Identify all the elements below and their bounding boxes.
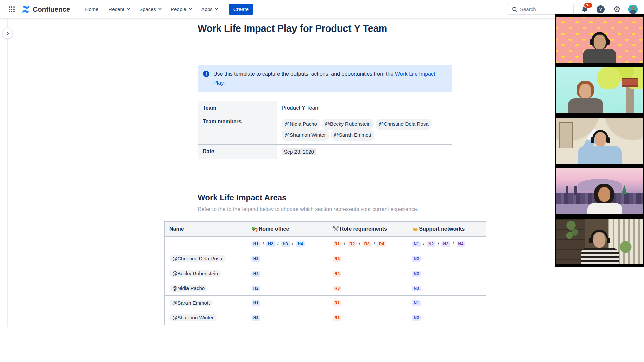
role-value-cell: R4: [328, 266, 407, 281]
table-row: @Christine Dela RosaH2R2N2: [165, 251, 486, 266]
person-silhouette: [578, 230, 622, 264]
person-silhouette: [581, 32, 618, 63]
handshake-emoji-icon: [412, 226, 418, 232]
video-participant-1[interactable]: [555, 14, 644, 65]
mention-pill[interactable]: @Shannon Winter: [169, 314, 217, 321]
mention-pill[interactable]: @Becky Rubenstein: [169, 270, 221, 277]
help-button[interactable]: ?: [596, 4, 606, 14]
profile-button[interactable]: [628, 4, 638, 14]
network-value-cell: N1: [407, 296, 486, 310]
brand-wordmark: Confluence: [33, 5, 70, 13]
nav-item-label: Spaces: [139, 6, 156, 12]
home-value-cell: H2: [247, 281, 328, 296]
avatar: [628, 5, 638, 14]
member-name-cell: @Nidia Pacho: [165, 281, 247, 296]
legend-lozenge: R1: [333, 241, 341, 247]
table-row: Team Product Y Team: [198, 101, 452, 115]
header-label: Support networks: [419, 226, 465, 232]
legend-cell-network: N1/N2/N3/N4: [407, 237, 486, 251]
table-row: @Sarah EmmottH1R1N1: [165, 296, 486, 310]
table-row: @Nidia PachoH2R3N3: [165, 281, 486, 296]
legend-lozenge: H1: [252, 241, 260, 247]
chevron-down-icon: [127, 7, 130, 10]
legend-separator: /: [263, 241, 264, 246]
date-pill[interactable]: Sep 28, 2020: [282, 148, 316, 155]
status-lozenge: H3: [252, 315, 260, 321]
sidebar-expand-button[interactable]: [2, 28, 13, 39]
settings-button[interactable]: ⚙: [612, 4, 622, 14]
table-row: Team members @Nidia Pacho@Becky Rubenste…: [198, 115, 452, 145]
member-name-cell: @Becky Rubenstein: [165, 266, 247, 281]
primary-nav: Home Recent Spaces People Apps: [81, 4, 221, 15]
legend-lozenge: H4: [296, 241, 305, 247]
team-members-label-cell: Team members: [198, 115, 277, 145]
header-label: Name: [169, 226, 184, 232]
status-lozenge: R1: [333, 315, 341, 321]
role-value-cell: R1: [328, 296, 407, 310]
chevron-right-icon: [6, 32, 9, 35]
status-lozenge: N2: [412, 271, 421, 277]
network-value-cell: N2: [407, 310, 486, 325]
mention-pill[interactable]: @Becky Rubenstein: [322, 119, 374, 130]
legend-empty-cell: [165, 237, 247, 251]
impact-areas-table: Name Home office: [164, 221, 486, 325]
video-participant-5[interactable]: [555, 216, 644, 267]
legend-separator: /: [438, 241, 439, 246]
nav-item-recent[interactable]: Recent: [104, 4, 133, 15]
notifications-button[interactable]: 9+: [580, 4, 590, 14]
mention-pill[interactable]: @Nidia Pacho: [282, 119, 320, 130]
mention-pill[interactable]: @Sarah Emmott: [169, 300, 213, 306]
status-lozenge: H4: [252, 271, 260, 277]
status-lozenge: N1: [412, 300, 421, 306]
status-lozenge: R1: [333, 300, 341, 306]
mention-pill[interactable]: @Shannon Winter: [282, 130, 329, 141]
legend-separator: /: [374, 241, 375, 246]
mention-pill[interactable]: @Christine Dela Rosa: [169, 255, 225, 262]
video-participant-2[interactable]: [555, 65, 644, 116]
info-panel-text: Use this template to capture the outputs…: [213, 69, 447, 87]
headphones-icon: [591, 230, 608, 238]
participant-video: [556, 17, 643, 63]
legend-lozenge: N3: [441, 241, 450, 247]
home-value-cell: H4: [247, 266, 328, 281]
nav-item-spaces[interactable]: Spaces: [135, 4, 165, 15]
legend-separator: /: [359, 241, 360, 246]
mention-pill[interactable]: @Nidia Pacho: [169, 285, 208, 292]
header-support-networks: Support networks: [407, 222, 486, 237]
chevron-down-icon: [215, 7, 218, 10]
status-lozenge: N3: [412, 286, 421, 291]
legend-row: H1/H2/H3/H4 R1/R2/R3/R4 N1/N2/N3/N4: [165, 237, 486, 251]
video-participant-4[interactable]: [555, 166, 644, 217]
info-text-before: Use this template to capture the outputs…: [213, 71, 395, 77]
create-button[interactable]: Create: [229, 4, 253, 15]
network-value-cell: N2: [407, 251, 486, 266]
person-silhouette: [585, 184, 625, 214]
table-row: @Becky RubensteinH4R4N2: [165, 266, 486, 281]
member-name-cell: @Sarah Emmott: [165, 296, 247, 310]
app-switcher-icon[interactable]: [6, 4, 17, 15]
sidebar-divider: [7, 19, 8, 327]
participant-video: [556, 168, 643, 214]
chevron-down-icon: [158, 7, 162, 10]
impact-table-body: H1/H2/H3/H4 R1/R2/R3/R4 N1/N2/N3/N4 @Chr…: [165, 237, 486, 325]
legend-separator: /: [344, 241, 345, 246]
confluence-mark-icon: [21, 5, 30, 14]
doorway-background: [559, 122, 573, 148]
nav-item-home[interactable]: Home: [81, 4, 102, 15]
team-info-table: Team Product Y Team Team members @Nidia …: [198, 101, 452, 159]
video-participant-3[interactable]: [555, 115, 644, 166]
legend-separator: /: [277, 241, 279, 246]
status-lozenge: H2: [252, 286, 260, 291]
legend-separator: /: [423, 241, 424, 246]
search-box[interactable]: [508, 4, 574, 15]
nav-item-people[interactable]: People: [167, 4, 195, 15]
confluence-logo[interactable]: Confluence: [20, 5, 73, 14]
search-input[interactable]: [520, 6, 564, 12]
header-label: Home office: [259, 226, 289, 232]
status-lozenge: H1: [252, 300, 260, 306]
mention-pill[interactable]: @Sarah Emmott: [331, 130, 374, 141]
nav-item-apps[interactable]: Apps: [197, 4, 221, 15]
home-value-cell: H2: [247, 251, 328, 266]
legend-lozenge: H3: [281, 241, 290, 247]
mention-pill[interactable]: @Christine Dela Rosa: [376, 119, 432, 130]
